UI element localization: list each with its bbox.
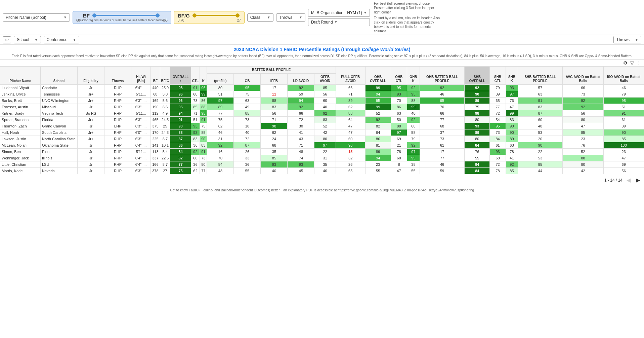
next-page-button[interactable]: ▶ (635, 176, 641, 184)
footer: Get to know FaBIO (Fielding- and Ballpar… (0, 186, 644, 194)
table-cell: 78 (391, 149, 407, 155)
col-ohb-overall[interactable]: OHB OVERALL (365, 67, 391, 85)
table-cell: 66 (420, 110, 464, 117)
table-cell: 90 (506, 123, 518, 129)
more-icon[interactable]: ⋮ (637, 60, 641, 66)
bfg-slider-box: BF/G 3.78 27 (174, 11, 245, 24)
col-ld[interactable]: LD AVOID (288, 74, 314, 85)
col-ht-wt[interactable]: Ht, Wt [Bio] (131, 67, 151, 85)
table-cell: 56 (562, 110, 604, 117)
table-cell: 6'3", ... (131, 104, 151, 110)
col-batted2[interactable]: (profile) (207, 74, 234, 85)
table-cell: 39 (604, 123, 644, 129)
data-table-wrap: Pitcher Name School Eligibility Throws H… (0, 66, 644, 174)
bf-slider[interactable] (92, 13, 160, 17)
table-cell: 75 (465, 104, 490, 110)
table-cell: 92 (407, 142, 420, 149)
table-cell: 73 (562, 91, 604, 98)
draft-round-select[interactable]: Draft Round ▼ (308, 18, 370, 26)
bfg-label: BF/G (178, 13, 190, 18)
col-ohb-k[interactable]: OHB K (407, 67, 420, 85)
col-school[interactable]: School (41, 67, 78, 85)
col-iso-avoid[interactable]: ISO AVOID on Batted Balls (604, 67, 644, 85)
table-cell: 6'3", ... (131, 168, 151, 174)
table-cell: 36 (191, 161, 200, 168)
col-shb-ctl[interactable]: SHB CTL (490, 67, 506, 85)
table-cell: 94 (170, 110, 191, 117)
table-cell: 95 (420, 98, 464, 104)
table-cell: 62 (207, 123, 234, 129)
table-cell: RHP (104, 142, 131, 149)
table-cell: Jr+ (78, 91, 104, 98)
conference-filter[interactable]: Conference ▼ (44, 36, 79, 43)
table-cell: 94 (365, 155, 391, 161)
table-cell: 75 (234, 91, 261, 98)
table-cell: 88 (562, 155, 604, 161)
table-cell: 71 (288, 142, 314, 149)
table-cell: 65 (336, 168, 365, 174)
throws-chevron: ▼ (299, 15, 302, 19)
school-filter[interactable]: School ▼ (14, 36, 41, 43)
table-cell: Lawson, Justin (0, 136, 41, 142)
col-shb-overall[interactable]: SHB OVERALL (465, 67, 490, 85)
col-ctl[interactable]: CTL (191, 67, 200, 85)
table-cell: 88 (391, 123, 407, 129)
col-shb-k[interactable]: SHB K (506, 67, 518, 85)
col-iffb[interactable]: IFFB (261, 74, 288, 85)
table-cell: 94 (465, 161, 490, 168)
table-cell: Jr (78, 123, 104, 129)
funnel-icon[interactable]: ▽ (630, 60, 634, 66)
col-ohb-ctl[interactable]: OHB CTL (391, 67, 407, 85)
col-shb-batted[interactable]: SHB BATTED BALL PROFILE (518, 67, 562, 85)
col-pull[interactable]: PULL OFFB AVOID (336, 67, 365, 85)
conference-chevron: ▼ (73, 38, 76, 42)
col-gb[interactable]: GB (234, 74, 261, 85)
col-bf[interactable]: BF (151, 67, 160, 85)
table-cell: 68 (490, 155, 506, 161)
table-cell: 46 (314, 168, 336, 174)
table-cell: 62 (191, 168, 200, 174)
table-cell: 25.9 (160, 85, 170, 91)
back-button[interactable]: ↩ (3, 36, 11, 43)
col-ohb-batted[interactable]: OHB BATTED BALL PROFILE (420, 67, 464, 85)
mlb-org-select[interactable]: MLB Organization: NYM (1) ▼ (308, 9, 370, 17)
table-cell: So RS (78, 110, 104, 117)
table-cell: 378 (151, 168, 160, 174)
table-cell: 8 (391, 161, 407, 168)
throws-select[interactable]: Throws ▼ (276, 13, 305, 22)
table-cell: RHP (104, 110, 131, 117)
col-batted[interactable]: BATTED BALL PROFILE (207, 67, 336, 74)
col-throws[interactable]: Throws (104, 67, 131, 85)
table-cell: 87 (170, 136, 191, 142)
bfg-slider[interactable] (192, 13, 240, 17)
col-eligibility[interactable]: Eligibility (78, 67, 104, 85)
table-cell: 93 (261, 161, 288, 168)
prev-page-button[interactable]: ◀ (625, 176, 632, 184)
table-cell: 96 (170, 91, 191, 98)
table-cell: 6'3", ... (131, 136, 151, 142)
pitcher-select-chevron: ▼ (63, 15, 67, 19)
col-avg-avoid[interactable]: AVG AVOID on Batted Balls (562, 67, 604, 85)
table-cell: 22.5 (160, 155, 170, 161)
throws-filter[interactable]: Throws ▼ (613, 36, 641, 43)
table-cell: 93 (465, 123, 490, 129)
col-bfg[interactable]: BF/G (160, 67, 170, 85)
filter-icon[interactable]: ⚙ (623, 60, 628, 66)
table-cell: 465 (151, 117, 160, 123)
table-cell: 83 (191, 136, 200, 142)
table-cell: 95 (490, 123, 506, 129)
table-row: Little, ChristianLSUJrRHP6'4", ...1668.7… (0, 161, 644, 168)
table-cell: Florida (41, 117, 78, 123)
table-row: McLean, NolanOklahoma StateJrRHP6'4", ..… (0, 142, 644, 149)
table-cell: Jr (78, 104, 104, 110)
table-cell: 5'11... (131, 149, 151, 155)
pitcher-name-select[interactable]: Pitcher Name (School) ▼ (3, 13, 70, 22)
table-cell: 21 (391, 142, 407, 149)
col-k[interactable]: K (200, 67, 207, 85)
col-offb[interactable]: OFFB AVOID (314, 74, 336, 85)
col-overall[interactable]: OVERALL ↑ (170, 67, 191, 85)
class-select[interactable]: Class ▼ (247, 13, 273, 22)
table-cell: 5'11... (131, 110, 151, 117)
col-pitcher-name[interactable]: Pitcher Name (0, 67, 41, 85)
table-cell: Morris, Kade (0, 168, 41, 174)
